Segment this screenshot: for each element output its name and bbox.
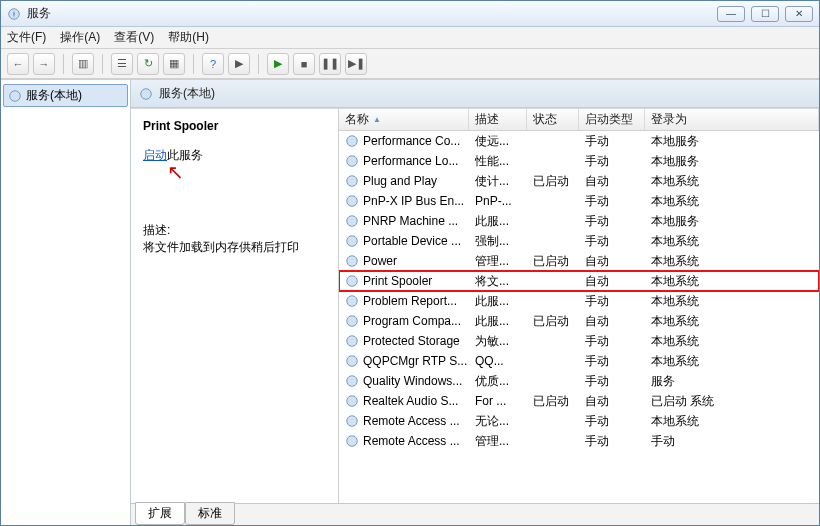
- column-status[interactable]: 状态: [527, 109, 579, 130]
- cell-name: PNRP Machine ...: [339, 214, 469, 228]
- properties-button[interactable]: ☰: [111, 53, 133, 75]
- menu-view[interactable]: 查看(V): [114, 29, 154, 46]
- start-service-suffix: 此服务: [167, 148, 203, 162]
- pause-service-button[interactable]: ❚❚: [319, 53, 341, 75]
- action-button[interactable]: ▶: [228, 53, 250, 75]
- titlebar: 服务 — ☐ ✕: [1, 1, 819, 27]
- cell-description: 为敏...: [469, 333, 527, 350]
- service-row[interactable]: Portable Device ...强制...手动本地系统: [339, 231, 819, 251]
- back-button[interactable]: ←: [7, 53, 29, 75]
- service-row[interactable]: Remote Access ...无论...手动本地系统: [339, 411, 819, 431]
- stop-service-button[interactable]: ■: [293, 53, 315, 75]
- svg-point-15: [347, 376, 358, 387]
- show-hide-tree-button[interactable]: ▥: [72, 53, 94, 75]
- gear-icon: [345, 414, 359, 428]
- service-row[interactable]: Performance Co...使远...手动本地服务: [339, 131, 819, 151]
- cell-logon: 本地系统: [645, 193, 819, 210]
- cell-description: 性能...: [469, 153, 527, 170]
- forward-button[interactable]: →: [33, 53, 55, 75]
- close-button[interactable]: ✕: [785, 6, 813, 22]
- toolbar-separator: [193, 54, 194, 74]
- cell-startup: 自动: [579, 313, 645, 330]
- cell-logon: 本地系统: [645, 273, 819, 290]
- cell-logon: 本地系统: [645, 233, 819, 250]
- cell-status: 已启动: [527, 393, 579, 410]
- start-service-button[interactable]: ▶: [267, 53, 289, 75]
- maximize-button[interactable]: ☐: [751, 6, 779, 22]
- export-list-button[interactable]: ▦: [163, 53, 185, 75]
- service-row[interactable]: PNRP Machine ...此服...手动本地服务: [339, 211, 819, 231]
- service-row[interactable]: Protected Storage为敏...手动本地系统: [339, 331, 819, 351]
- gear-icon: [345, 394, 359, 408]
- toolbar-separator: [63, 54, 64, 74]
- tree-pane: 服务(本地): [1, 80, 131, 525]
- toolbar-separator: [102, 54, 103, 74]
- cell-name: Plug and Play: [339, 174, 469, 188]
- service-rows[interactable]: Performance Co...使远...手动本地服务Performance …: [339, 131, 819, 503]
- service-row[interactable]: Quality Windows...优质...手动服务: [339, 371, 819, 391]
- cell-name: Remote Access ...: [339, 414, 469, 428]
- cell-name: Performance Lo...: [339, 154, 469, 168]
- menu-file[interactable]: 文件(F): [7, 29, 46, 46]
- service-row[interactable]: Remote Access ...管理...手动手动: [339, 431, 819, 451]
- start-service-line: 启动此服务: [143, 147, 326, 164]
- tab-standard[interactable]: 标准: [185, 502, 235, 525]
- cell-startup: 自动: [579, 273, 645, 290]
- column-name[interactable]: 名称▲: [339, 109, 469, 130]
- tab-extended[interactable]: 扩展: [135, 502, 185, 525]
- cell-logon: 本地系统: [645, 313, 819, 330]
- svg-point-7: [347, 216, 358, 227]
- services-window: 服务 — ☐ ✕ 文件(F) 操作(A) 查看(V) 帮助(H) ← → ▥ ☰…: [0, 0, 820, 526]
- restart-service-button[interactable]: ▶❚: [345, 53, 367, 75]
- cell-description: 管理...: [469, 433, 527, 450]
- window-buttons: — ☐ ✕: [717, 6, 813, 22]
- help-button[interactable]: ?: [202, 53, 224, 75]
- service-row[interactable]: Print Spooler将文...自动本地系统: [339, 271, 819, 291]
- description-label: 描述:: [143, 222, 326, 239]
- cell-name: Performance Co...: [339, 134, 469, 148]
- gear-icon: [345, 174, 359, 188]
- service-row[interactable]: PnP-X IP Bus En...PnP-...手动本地系统: [339, 191, 819, 211]
- cell-logon: 本地系统: [645, 353, 819, 370]
- gear-icon: [8, 89, 22, 103]
- cell-status: 已启动: [527, 253, 579, 270]
- toolbar-separator: [258, 54, 259, 74]
- cell-description: 将文...: [469, 273, 527, 290]
- cell-startup: 手动: [579, 153, 645, 170]
- service-row[interactable]: Problem Report...此服...手动本地系统: [339, 291, 819, 311]
- column-logon-as[interactable]: 登录为: [645, 109, 819, 130]
- cell-description: 此服...: [469, 293, 527, 310]
- gear-icon: [345, 214, 359, 228]
- minimize-button[interactable]: —: [717, 6, 745, 22]
- column-startup-type[interactable]: 启动类型: [579, 109, 645, 130]
- cell-name: Power: [339, 254, 469, 268]
- refresh-button[interactable]: ↻: [137, 53, 159, 75]
- service-row[interactable]: Power管理...已启动自动本地系统: [339, 251, 819, 271]
- app-icon: [7, 7, 21, 21]
- cell-startup: 自动: [579, 173, 645, 190]
- menu-action[interactable]: 操作(A): [60, 29, 100, 46]
- start-service-link[interactable]: 启动: [143, 148, 167, 162]
- right-pane: 服务(本地) Print Spooler 启动此服务 ↖ 描述: 将文件加载到内…: [131, 80, 819, 525]
- cell-startup: 手动: [579, 413, 645, 430]
- service-row[interactable]: Program Compa...此服...已启动自动本地系统: [339, 311, 819, 331]
- cell-startup: 手动: [579, 213, 645, 230]
- cell-description: 使计...: [469, 173, 527, 190]
- tree-item-services-local[interactable]: 服务(本地): [3, 84, 128, 107]
- cell-name: Problem Report...: [339, 294, 469, 308]
- svg-point-17: [347, 416, 358, 427]
- svg-point-12: [347, 316, 358, 327]
- column-description[interactable]: 描述: [469, 109, 527, 130]
- cell-startup: 手动: [579, 433, 645, 450]
- menu-help[interactable]: 帮助(H): [168, 29, 209, 46]
- cell-startup: 手动: [579, 353, 645, 370]
- cell-name: Protected Storage: [339, 334, 469, 348]
- svg-point-13: [347, 336, 358, 347]
- cell-name: QQPCMgr RTP S...: [339, 354, 469, 368]
- service-row[interactable]: Realtek Audio S...For ...已启动自动已启动 系统: [339, 391, 819, 411]
- cell-name: Portable Device ...: [339, 234, 469, 248]
- service-row[interactable]: Plug and Play使计...已启动自动本地系统: [339, 171, 819, 191]
- service-row[interactable]: Performance Lo...性能...手动本地服务: [339, 151, 819, 171]
- service-row[interactable]: QQPCMgr RTP S...QQ...手动本地系统: [339, 351, 819, 371]
- gear-icon: [345, 154, 359, 168]
